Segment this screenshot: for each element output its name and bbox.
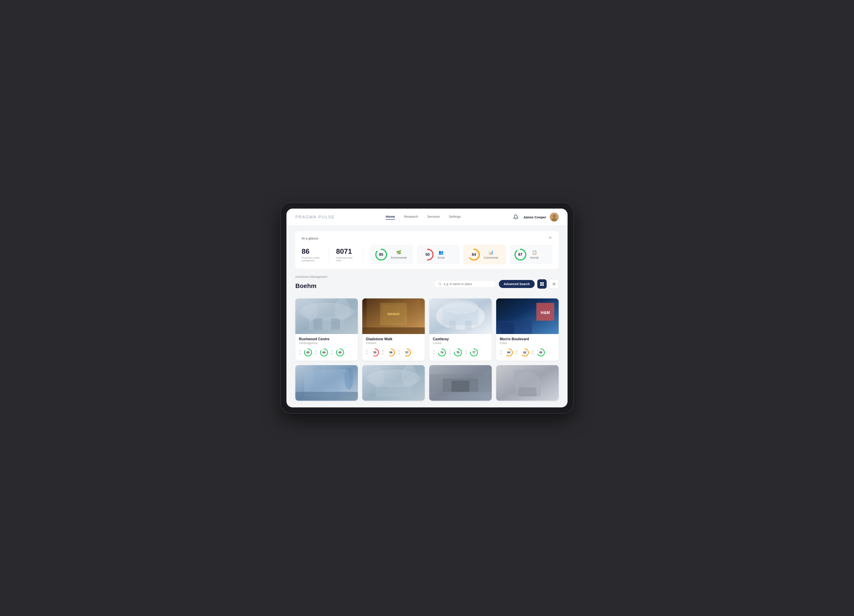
glance-title: At a glance (302, 236, 318, 240)
property-location-castleray: London (433, 342, 488, 345)
header-right: James Cooper (512, 213, 559, 221)
user-name: James Cooper (523, 215, 546, 219)
stat-number-properties: 86 (302, 247, 322, 255)
circle-social: 50 (421, 248, 434, 261)
score-label-overall: Overall (530, 256, 538, 259)
svg-rect-50 (465, 321, 472, 329)
mini-score-83: 83 (303, 348, 313, 357)
advanced-search-button[interactable]: Advanced Search (499, 280, 535, 288)
property-card-castleray[interactable]: Castleray London 7072 (429, 299, 492, 361)
svg-rect-23 (313, 319, 322, 329)
logo: PRAGMA PULSE (295, 215, 335, 220)
nav-item-home[interactable]: Home (386, 215, 395, 220)
property-image-rushwood (295, 299, 358, 334)
tablet-frame: PRAGMA PULSE Home Research Services Sett… (280, 202, 574, 414)
notifications-icon[interactable] (512, 213, 520, 221)
property-info-morris: Morris Boulevard Essex 5859 (496, 334, 559, 361)
svg-rect-72 (295, 392, 358, 401)
svg-rect-86 (518, 387, 536, 396)
svg-point-78 (401, 365, 417, 387)
glance-card: At a glance 86 Properties under managmen… (295, 231, 559, 269)
commercial-icon: 📊 (488, 250, 493, 255)
property-name-gladstone: Gladstone Walk (366, 337, 421, 341)
svg-rect-38 (362, 327, 425, 334)
svg-point-73 (345, 367, 354, 390)
score-cards: 85 🌿 Enviromental (371, 245, 552, 264)
score-num-social: 50 (425, 252, 430, 257)
property-image-r2-1 (295, 365, 358, 401)
score-num-commercial: 64 (472, 252, 476, 257)
property-name-castleray: Castleray (433, 337, 488, 341)
property-card-r2-2[interactable] (362, 365, 425, 401)
property-card-rushwood[interactable]: Rushwood Centre Cambridgeshire 7580 (295, 299, 358, 361)
property-name-morris: Morris Boulevard (500, 337, 555, 341)
investment-section: Investment Management Boehm Advanced Sea… (295, 275, 559, 401)
stat-label-properties: Properties under managment (302, 256, 322, 262)
score-card-overall: 87 📋 Overall (510, 245, 553, 264)
score-num-overall: 87 (518, 252, 522, 257)
main-content: At a glance 86 Properties under managmen… (287, 226, 567, 407)
search-bar-row: Advanced Search (434, 279, 559, 289)
score-label-commercial: Commercial (484, 256, 498, 259)
svg-rect-61 (500, 323, 514, 334)
svg-text:H&M: H&M (541, 310, 550, 315)
circle-environmental: 85 (375, 248, 388, 261)
svg-rect-14 (542, 282, 544, 284)
svg-line-12 (440, 285, 441, 285)
svg-rect-24 (331, 319, 340, 329)
property-image-gladstone: MANGO (362, 299, 425, 334)
nav-item-settings[interactable]: Settings (449, 215, 461, 220)
property-image-r2-2 (362, 365, 425, 401)
property-location-rushwood: Cambridgeshire (299, 342, 354, 345)
search-icon (438, 282, 442, 286)
glance-collapse-icon[interactable] (548, 235, 552, 241)
header: PRAGMA PULSE Home Research Services Sett… (287, 209, 567, 226)
property-card-morris[interactable]: H&M Morris Boulevard Essex 5859 (496, 299, 559, 361)
svg-point-1 (553, 214, 556, 218)
score-info-environmental: 🌿 Enviromental (391, 250, 407, 259)
list-view-button[interactable] (549, 279, 559, 289)
property-image-morris: H&M (496, 299, 559, 334)
score-label-environmental: Enviromental (391, 256, 407, 259)
score-card-environmental: 85 🌿 Enviromental (371, 245, 413, 264)
environmental-icon: 🌿 (396, 250, 401, 255)
property-card-r2-4[interactable] (496, 365, 559, 401)
circle-commercial: 64 (467, 248, 480, 261)
score-info-commercial: 📊 Commercial (484, 250, 498, 259)
score-info-overall: 📋 Overall (530, 250, 538, 259)
property-card-gladstone[interactable]: MANGO Gladstone Walk Cheshire 5354 (362, 299, 425, 361)
mini-score-1: 7580 (299, 350, 301, 355)
mini-score-84: 84 (319, 348, 329, 357)
logo-part1: PRAGMA (295, 215, 317, 219)
scores-row-morris: 5859 60 5960 (500, 348, 555, 357)
mini-score-3: 7883 (331, 350, 333, 355)
nav-item-research[interactable]: Research (404, 215, 418, 220)
grid-view-button[interactable] (537, 279, 547, 289)
investment-meta: Investment Management (295, 275, 559, 278)
main-nav: Home Research Services Settings (386, 215, 461, 220)
property-grid-row2 (295, 365, 559, 401)
tablet-screen: PRAGMA PULSE Home Research Services Sett… (287, 209, 567, 407)
svg-rect-16 (542, 284, 544, 286)
property-info-castleray: Castleray London 7072 (429, 334, 492, 361)
svg-text:MANGO: MANGO (387, 312, 400, 316)
property-info-rushwood: Rushwood Centre Cambridgeshire 7580 (295, 334, 358, 361)
property-name-rushwood: Rushwood Centre (299, 337, 354, 341)
search-input-wrap (434, 280, 496, 288)
property-card-r2-1[interactable] (295, 365, 358, 401)
property-image-r2-4 (496, 365, 559, 401)
nav-item-services[interactable]: Services (427, 215, 440, 220)
stat-properties: 86 Properties under managment (302, 247, 329, 262)
property-location-gladstone: Cheshire (366, 342, 421, 345)
svg-point-77 (371, 367, 384, 387)
scores-row-castleray: 7072 74 7374 (433, 348, 488, 357)
property-card-r2-3[interactable] (429, 365, 492, 401)
investment-title: Boehm (295, 282, 316, 290)
score-info-social: 👥 Social (438, 250, 445, 259)
search-input[interactable] (444, 282, 492, 286)
svg-point-25 (304, 301, 317, 321)
score-card-commercial: 64 📊 Commercial (463, 245, 506, 264)
circle-overall: 87 (514, 248, 527, 261)
svg-point-26 (334, 299, 350, 321)
mini-score-2: 7681 (315, 350, 317, 355)
